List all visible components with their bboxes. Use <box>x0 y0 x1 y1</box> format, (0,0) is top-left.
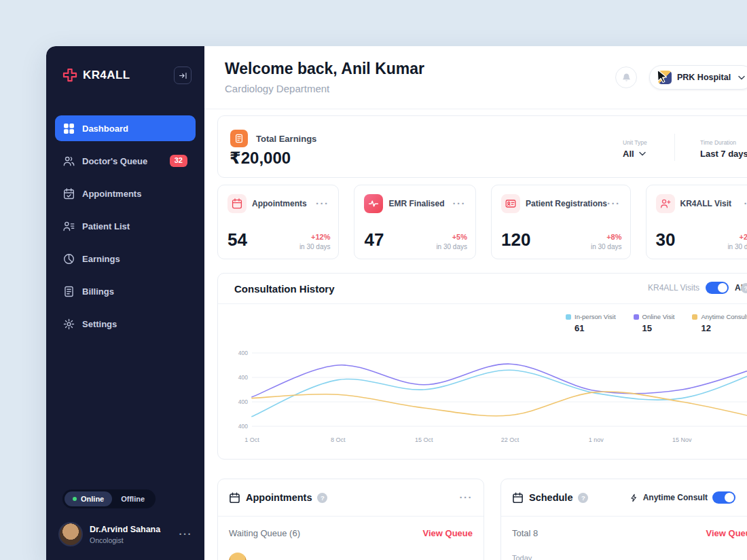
today-group-label: Today <box>512 554 532 560</box>
stat-card-appointments: Appointments ··· 54 +12% in 30 days <box>217 185 339 259</box>
emr-stat-icon <box>364 194 383 213</box>
legend-label: Anytime Consult <box>701 313 747 320</box>
y-axis-tick: 400 <box>229 374 248 381</box>
stat-change: +8% <box>591 233 622 241</box>
earnings-label: Total Earnings <box>256 134 316 144</box>
help-icon[interactable]: ? <box>317 493 327 503</box>
patient-list-icon <box>63 221 75 232</box>
sidebar-item-dashboard[interactable]: Dashboard <box>55 115 196 141</box>
chevron-down-icon <box>738 75 745 80</box>
stat-period: in 30 days <box>436 243 467 250</box>
online-label: Online <box>81 495 104 503</box>
time-duration-label: Time Duration <box>700 139 747 146</box>
offline-label: Offline <box>121 495 145 503</box>
doctors-queue-icon <box>63 155 75 167</box>
notifications-button[interactable] <box>615 67 637 88</box>
stat-change: +5% <box>436 233 467 241</box>
hospital-name: PRK Hospital <box>677 73 731 82</box>
time-duration-control: Time Duration Last 7 days <box>700 139 747 159</box>
schedule-card: Schedule ? Anytime Consult Total 8 View … <box>500 479 747 560</box>
legend-value: 61 <box>575 323 616 333</box>
help-icon[interactable]: ? <box>578 493 588 503</box>
stat-value: 30 <box>656 229 676 250</box>
doctor-role: Oncologist <box>90 536 160 544</box>
mouse-cursor <box>655 69 670 83</box>
sidebar-item-earnings[interactable]: Earnings <box>55 246 196 272</box>
bottom-row: Appointments ? ··· Waiting Queue (6) Vie… <box>217 479 747 560</box>
view-queue-link[interactable]: View Queue <box>706 528 747 538</box>
total-earnings-card: Total Earnings ₹20,000 Unit Type All Tim… <box>217 115 747 178</box>
online-pill[interactable]: Online <box>65 491 112 506</box>
appointments-icon <box>63 188 75 200</box>
kr4all-logo-icon <box>62 68 77 83</box>
legend-label: Online Visit <box>642 313 675 320</box>
sidebar-item-label: Doctor's Queue <box>82 156 147 166</box>
doctor-profile[interactable]: Dr.Arvind Sahana Oncologist ··· <box>46 518 204 560</box>
sidebar-item-label: Dashboard <box>82 124 128 134</box>
offline-pill[interactable]: Offline <box>112 491 153 506</box>
calendar-icon <box>229 492 240 504</box>
logo-text: KR4ALL <box>83 69 130 82</box>
schedule-card-title: Schedule <box>529 492 572 503</box>
kr4all-visits-toggle[interactable] <box>706 282 729 294</box>
stat-more-button[interactable]: ··· <box>316 201 329 206</box>
app-window: KR4ALL Dashboard Doctor's Queue 32 <box>46 46 747 560</box>
header-divider <box>204 109 747 109</box>
lightning-icon <box>630 493 638 502</box>
stat-card-emr: EMR Finalised ··· 47 +5% in 30 days <box>354 185 475 259</box>
stat-period: in 30 days <box>299 243 331 250</box>
stats-row: Appointments ··· 54 +12% in 30 days EMR … <box>217 185 747 259</box>
page-title: Welcome back, Anil Kumar <box>225 60 424 78</box>
sidebar-item-label: Billings <box>82 286 114 297</box>
logo-row: KR4ALL <box>46 46 204 100</box>
sidebar: KR4ALL Dashboard Doctor's Queue 32 <box>46 46 204 560</box>
stat-value: 54 <box>227 229 247 250</box>
unit-type-label: Unit Type <box>623 139 647 146</box>
stat-more-button[interactable]: ··· <box>452 201 466 206</box>
consultation-history-card: Consultation History KR4ALL Visits All ?… <box>217 273 747 460</box>
bell-icon <box>621 73 632 83</box>
earnings-icon <box>63 253 75 265</box>
anytime-consult-label: Anytime Consult <box>643 493 708 502</box>
availability-toggle: Online Offline <box>62 489 156 508</box>
billings-icon <box>63 286 75 297</box>
calendar-icon <box>512 492 524 504</box>
unit-type-dropdown[interactable]: All <box>623 149 647 159</box>
unit-type-value: All <box>623 149 634 159</box>
sidebar-item-doctors-queue[interactable]: Doctor's Queue 32 <box>55 148 196 174</box>
time-duration-dropdown[interactable]: Last 7 days <box>700 149 747 159</box>
settings-icon <box>63 318 75 330</box>
anytime-consult-toggle[interactable] <box>712 491 735 504</box>
sidebar-item-label: Settings <box>82 319 117 329</box>
sidebar-item-patient-list[interactable]: Patient List <box>55 213 196 239</box>
legend-swatch <box>566 314 571 320</box>
y-axis-tick: 400 <box>229 398 248 405</box>
online-status-dot <box>73 497 77 501</box>
card-more-button[interactable]: ··· <box>460 495 473 500</box>
y-axis-tick: 400 <box>229 350 248 356</box>
stat-value: 47 <box>364 229 384 250</box>
sidebar-item-billings[interactable]: Billings <box>55 278 196 304</box>
stat-more-button[interactable]: ··· <box>744 201 747 206</box>
help-icon[interactable]: ? <box>741 283 747 293</box>
legend-swatch <box>634 314 639 320</box>
view-queue-link[interactable]: View Queue <box>423 528 473 538</box>
chart-line-online-visit <box>252 364 747 397</box>
appointments-queue-card: Appointments ? ··· Waiting Queue (6) Vie… <box>217 479 484 560</box>
sidebar-nav: Dashboard Doctor's Queue 32 Appointments <box>46 100 204 343</box>
profile-more-button[interactable]: ··· <box>179 531 193 537</box>
y-axis-tick: 400 <box>229 423 248 430</box>
chevron-down-icon <box>639 151 646 156</box>
time-duration-value: Last 7 days <box>700 149 747 159</box>
stat-more-button[interactable]: ··· <box>607 201 621 206</box>
chart-legend: In-person Visit 61 Online Visit 15 Anyti… <box>566 313 747 333</box>
sidebar-item-settings[interactable]: Settings <box>55 311 196 337</box>
chart-line-anytime-consult <box>252 392 747 420</box>
registrations-stat-icon <box>501 194 520 213</box>
sidebar-item-appointments[interactable]: Appointments <box>55 181 196 206</box>
sidebar-collapse-button[interactable] <box>174 67 192 84</box>
stat-change: +25% <box>727 233 747 241</box>
unit-type-control: Unit Type All <box>623 139 647 159</box>
sidebar-item-label: Patient List <box>82 221 130 231</box>
sidebar-item-label: Earnings <box>82 254 120 264</box>
